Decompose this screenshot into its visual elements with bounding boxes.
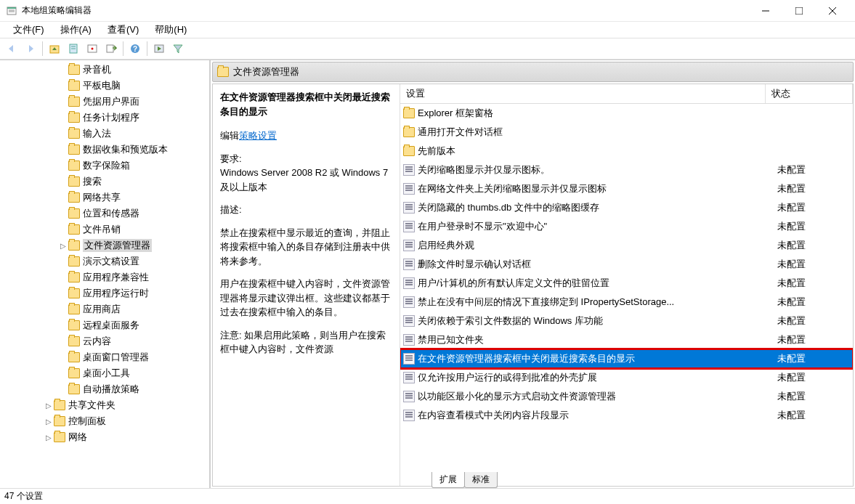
col-state[interactable]: 状态: [766, 84, 853, 103]
tree-item-录音机[interactable]: 录音机: [0, 62, 209, 78]
tree-item-平板电脑[interactable]: 平板电脑: [0, 78, 209, 94]
tree-item-共享文件夹[interactable]: ▷共享文件夹: [0, 397, 209, 413]
list-row[interactable]: 在用户登录时不显示"欢迎中心"未配置: [400, 217, 853, 236]
tree-item-应用程序运行时[interactable]: 应用程序运行时: [0, 285, 209, 301]
folder-icon: [68, 336, 80, 346]
desc-p1: 禁止在搜索框中显示最近的查询，并阻止将搜索框中输入的条目存储到注册表中供将来参考…: [220, 226, 392, 269]
row-state: 未配置: [777, 296, 853, 309]
folder-icon: [68, 129, 80, 139]
desc-p3: 注意: 如果启用此策略，则当用户在搜索框中键入内容时，文件资源: [220, 328, 392, 357]
setting-icon: [403, 164, 415, 176]
list-row[interactable]: 在内容查看模式中关闭内容片段显示未配置: [400, 406, 853, 425]
tree-item-凭据用户界面[interactable]: 凭据用户界面: [0, 94, 209, 110]
menu-action[interactable]: 操作(A): [53, 22, 99, 38]
expand-arrow-icon[interactable]: ▷: [44, 402, 54, 410]
list-row[interactable]: 关闭依赖于索引文件数据的 Windows 库功能未配置: [400, 312, 853, 330]
tree-item-label: 应用程序兼容性: [83, 271, 149, 284]
refresh-button[interactable]: [84, 40, 101, 57]
edit-prefix: 编辑: [220, 130, 239, 141]
tree-item-label: 网络: [68, 431, 87, 444]
tree-item-label: 搜索: [83, 175, 102, 188]
tree-item-应用商店[interactable]: 应用商店: [0, 301, 209, 317]
col-name[interactable]: 设置: [400, 84, 766, 103]
menu-file[interactable]: 文件(F): [6, 22, 52, 38]
setting-icon: [403, 334, 415, 346]
tree-item-数据收集和预览版本[interactable]: 数据收集和预览版本: [0, 142, 209, 158]
list-row[interactable]: 在文件资源管理器搜索框中关闭最近搜索条目的显示未配置: [400, 349, 853, 368]
list-row[interactable]: 先前版本: [400, 142, 853, 160]
desc-p2: 用户在搜索框中键入内容时，文件资源管理器将显示建议弹出框。这些建议都基于过去在搜…: [220, 277, 392, 320]
list-row[interactable]: 关闭缩略图显示并仅显示图标。未配置: [400, 160, 853, 179]
row-state: 未配置: [777, 182, 853, 195]
setting-icon: [403, 315, 415, 327]
list-row[interactable]: 以功能区最小化的显示方式启动文件资源管理器未配置: [400, 387, 853, 406]
close-button[interactable]: [816, 0, 849, 22]
list-body[interactable]: Explorer 框架窗格通用打开文件对话框先前版本关闭缩略图显示并仅显示图标。…: [400, 104, 853, 486]
list-row[interactable]: 删除文件时显示确认对话框未配置: [400, 255, 853, 274]
list-row[interactable]: 禁止在没有中间层的情况下直接绑定到 IPropertySetStorage...…: [400, 293, 853, 312]
maximize-button[interactable]: [782, 0, 816, 22]
list-row[interactable]: 在网络文件夹上关闭缩略图显示并仅显示图标未配置: [400, 179, 853, 198]
tree-item-label: 应用商店: [83, 303, 121, 316]
folder-icon: [68, 368, 80, 378]
tab-standard[interactable]: 标准: [464, 472, 498, 488]
tree-item-演示文稿设置[interactable]: 演示文稿设置: [0, 253, 209, 269]
list-row[interactable]: 关闭隐藏的 thumbs.db 文件中的缩略图缓存未配置: [400, 198, 853, 217]
folder-icon: [68, 176, 80, 187]
back-button[interactable]: [3, 40, 20, 57]
svg-point-13: [92, 48, 94, 50]
tree-item-label: 演示文稿设置: [83, 255, 139, 268]
tree-item-输入法[interactable]: 输入法: [0, 126, 209, 142]
help-button[interactable]: ?: [126, 40, 144, 57]
list-row[interactable]: 用户/计算机的所有默认库定义文件的驻留位置未配置: [400, 274, 853, 293]
filter-button[interactable]: [169, 40, 187, 57]
tree-item-自动播放策略[interactable]: 自动播放策略: [0, 381, 209, 397]
expand-arrow-icon[interactable]: ▷: [44, 418, 54, 426]
properties-button[interactable]: [65, 40, 82, 57]
expand-arrow-icon[interactable]: ▷: [44, 434, 54, 442]
tree-item-网络[interactable]: ▷网络: [0, 429, 209, 445]
description-panel: 在文件资源管理器搜索框中关闭最近搜索条目的显示 编辑策略设置 要求:Window…: [213, 84, 400, 486]
svg-rect-14: [107, 45, 113, 52]
play-button[interactable]: [150, 40, 168, 57]
tab-extended[interactable]: 扩展: [431, 472, 465, 488]
tree-item-云内容[interactable]: 云内容: [0, 333, 209, 349]
tree-item-网络共享[interactable]: 网络共享: [0, 190, 209, 206]
tree-item-文件资源管理器[interactable]: ▷文件资源管理器: [0, 237, 209, 253]
minimize-button[interactable]: [749, 0, 782, 22]
list-row[interactable]: 禁用已知文件夹未配置: [400, 330, 853, 349]
tree-item-桌面窗口管理器[interactable]: 桌面窗口管理器: [0, 349, 209, 365]
tree-item-数字保险箱[interactable]: 数字保险箱: [0, 158, 209, 174]
tree-item-应用程序兼容性[interactable]: 应用程序兼容性: [0, 269, 209, 285]
tree-item-远程桌面服务[interactable]: 远程桌面服务: [0, 317, 209, 333]
up-button[interactable]: [46, 40, 63, 57]
row-name: 在文件资源管理器搜索框中关闭最近搜索条目的显示: [418, 352, 777, 365]
svg-text:?: ?: [133, 45, 137, 53]
folder-icon: [68, 224, 80, 235]
folder-icon: [403, 108, 415, 118]
folder-icon: [68, 288, 80, 298]
forward-button[interactable]: [22, 40, 39, 57]
list-row[interactable]: 仅允许按用户运行的或得到批准的外壳扩展未配置: [400, 368, 853, 387]
tree-item-桌面小工具[interactable]: 桌面小工具: [0, 365, 209, 381]
tree-item-位置和传感器[interactable]: 位置和传感器: [0, 206, 209, 221]
tree-item-搜索[interactable]: 搜索: [0, 174, 209, 190]
list-panel: 设置 状态 Explorer 框架窗格通用打开文件对话框先前版本关闭缩略图显示并…: [400, 84, 853, 486]
edit-policy-link[interactable]: 策略设置: [239, 130, 277, 141]
tree-item-控制面板[interactable]: ▷控制面板: [0, 413, 209, 429]
folder-icon: [54, 400, 65, 410]
menu-help[interactable]: 帮助(H): [147, 22, 194, 38]
list-row[interactable]: 启用经典外观未配置: [400, 236, 853, 255]
list-row[interactable]: Explorer 框架窗格: [400, 104, 853, 123]
export-button[interactable]: [102, 40, 120, 57]
row-state: 未配置: [777, 277, 853, 290]
expand-arrow-icon[interactable]: ▷: [58, 242, 68, 250]
list-row[interactable]: 通用打开文件对话框: [400, 123, 853, 142]
row-name: 以功能区最小化的显示方式启动文件资源管理器: [418, 390, 777, 403]
tree-item-任务计划程序[interactable]: 任务计划程序: [0, 110, 209, 126]
row-name: 先前版本: [418, 145, 777, 158]
menu-view[interactable]: 查看(V): [100, 22, 146, 38]
tree-item-label: 远程桌面服务: [83, 319, 139, 332]
tree-item-文件吊销[interactable]: 文件吊销: [0, 221, 209, 237]
row-name: 启用经典外观: [418, 239, 777, 252]
